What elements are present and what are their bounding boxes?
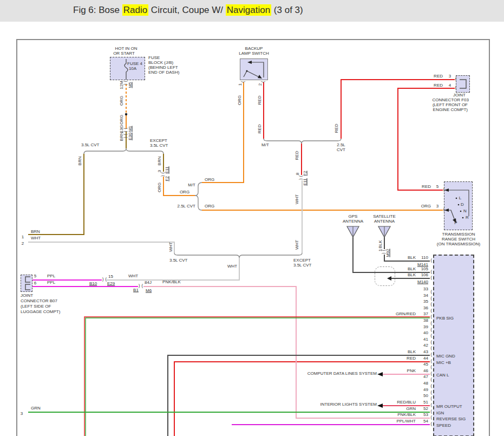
module-pin-arc: ( xyxy=(430,315,433,320)
diagram-label: 2.5L CVT xyxy=(178,204,196,209)
signal-label: REVERSE SIG xyxy=(436,417,466,422)
pin-number: 53 xyxy=(423,413,428,418)
pin-number: 44 xyxy=(423,356,428,361)
module-pin-arc: ( xyxy=(430,384,433,389)
diagram-label: 1 xyxy=(238,83,243,86)
module-pin-arc: ( xyxy=(430,276,433,281)
signal-label: MIC GND xyxy=(436,354,455,359)
diagram-label: ORG xyxy=(205,178,214,183)
module-pin-arc: ( xyxy=(430,415,433,421)
diagram-label: E30 xyxy=(128,133,133,140)
module-pin-arc: ( xyxy=(430,403,433,408)
diagram-label: RED xyxy=(295,151,300,160)
wire-color-label: GRN xyxy=(406,407,416,412)
diagram-label: 4 xyxy=(449,83,451,88)
diagram-label: F2 xyxy=(165,176,170,181)
diagram-label: WHT xyxy=(227,264,237,269)
diagram-label: N xyxy=(463,209,467,214)
diagram-label: JOINT xyxy=(21,294,33,298)
diagram-label: M1 xyxy=(128,126,133,132)
pin-number: 34 xyxy=(423,294,428,298)
pin-number: 45 xyxy=(423,362,428,367)
connector-name: M140 xyxy=(417,280,428,285)
wire-color-label: PNK xyxy=(407,369,416,374)
pin-number: 36 xyxy=(423,306,428,311)
diagram-label: BRN xyxy=(31,230,40,235)
diagram-label: WHT xyxy=(295,194,300,204)
module-pin-arc: ( xyxy=(430,396,433,402)
pin-number: 110 xyxy=(421,256,428,261)
signal-label: SPEED xyxy=(436,424,451,428)
diagram-label: M6 xyxy=(146,289,152,294)
diagram-label: RED xyxy=(258,125,263,134)
diagram-label: ENGINE COMPT) xyxy=(433,108,468,113)
diagram-label: 5 xyxy=(34,274,36,279)
diagram-label: 3.5L CVT xyxy=(169,258,188,263)
diagram-label: M5 xyxy=(128,82,133,88)
diagram-label: WHT xyxy=(169,242,174,252)
diagram-label: M/T xyxy=(261,143,269,148)
diagram-label: COMPUTER DATA LINES SYSTEM xyxy=(307,372,377,376)
wire-color-label: PNK/BLK xyxy=(397,413,416,418)
pin-number: 106 xyxy=(421,273,428,278)
diagram-label: E29 xyxy=(107,282,115,287)
module-pin-arc: ( xyxy=(430,328,433,333)
diagram-label: LAMP SWITCH xyxy=(239,51,269,56)
wire-color-label: BLK xyxy=(408,267,416,272)
module-pin-arc: ( xyxy=(430,321,433,327)
connector-symbol: )( xyxy=(102,277,108,283)
pin-number: 38 xyxy=(423,318,428,323)
module-pin-arc: ( xyxy=(430,302,433,308)
wire-color-label: GRN/RED xyxy=(396,312,416,317)
module-pin-arc: ( xyxy=(430,290,433,295)
connector-symbol: ( xyxy=(454,77,457,82)
diagram-label: ORG xyxy=(120,96,125,106)
diagram-label: 2 xyxy=(22,242,24,246)
wire-color-label: BLK xyxy=(408,350,416,355)
diagram-label: PNK/BLK xyxy=(162,280,181,285)
wire-color-label: RED/BLU xyxy=(397,400,416,405)
pin-number: 49 xyxy=(423,388,428,393)
pin-number: 41 xyxy=(423,337,428,342)
connector-symbol: ( xyxy=(454,86,457,91)
diagram-label: 5 xyxy=(436,185,438,190)
diagram-label: RED xyxy=(434,74,443,79)
diagram-label: 3.5L CVT xyxy=(81,143,100,148)
diagram-label: PPL xyxy=(47,281,55,285)
diagram-label: 84J xyxy=(145,281,152,285)
module-pin-arc: ( xyxy=(430,353,433,358)
pin-number: 51 xyxy=(423,400,428,405)
diagram-label: WHT xyxy=(31,236,41,241)
diagram-label: RED xyxy=(434,83,443,88)
diagram-label: CONNECTOR B07 xyxy=(21,299,57,304)
signal-label: CAN L xyxy=(436,373,449,378)
diagram-label: (LEFT SIDE OF xyxy=(21,304,51,309)
diagram-label: B10 xyxy=(89,282,97,287)
module-pin-arc: ( xyxy=(430,334,433,339)
module-pin-arc: ( xyxy=(430,309,433,314)
diagram-label: P xyxy=(454,221,457,226)
diagram-label: RED xyxy=(258,96,263,105)
diagram-label: 3 xyxy=(436,204,438,209)
pin-number: 35 xyxy=(423,300,428,304)
diagram-label: 10A xyxy=(129,67,136,71)
diagram-label: 3 xyxy=(449,74,451,79)
diagram-label: END OF DASH) xyxy=(148,70,179,75)
signal-label: IGN xyxy=(436,411,444,416)
pin-number: 43 xyxy=(423,350,428,355)
diagram-label: 3 xyxy=(21,412,23,417)
signal-label: MR OUTPUT xyxy=(436,405,462,409)
diagram-label: 3.5L CVT xyxy=(293,263,312,268)
module-pin-arc: ( xyxy=(430,296,433,302)
diagram-label: BRN xyxy=(158,157,162,166)
diagram-label: CVT xyxy=(337,148,345,153)
signal-label: PKB SIG xyxy=(436,316,454,321)
diagram-label: ANTENNA xyxy=(374,219,395,224)
diagram-label: B1 xyxy=(133,288,139,293)
diagram-label: 2 xyxy=(258,83,263,86)
diagram-label: LUGGAGE COMPT) xyxy=(21,310,60,315)
pin-number: 47 xyxy=(423,375,428,380)
wire-color-label: BLK xyxy=(408,273,416,278)
connector-symbol: )( xyxy=(138,284,144,289)
pin-number: 50 xyxy=(423,394,428,399)
